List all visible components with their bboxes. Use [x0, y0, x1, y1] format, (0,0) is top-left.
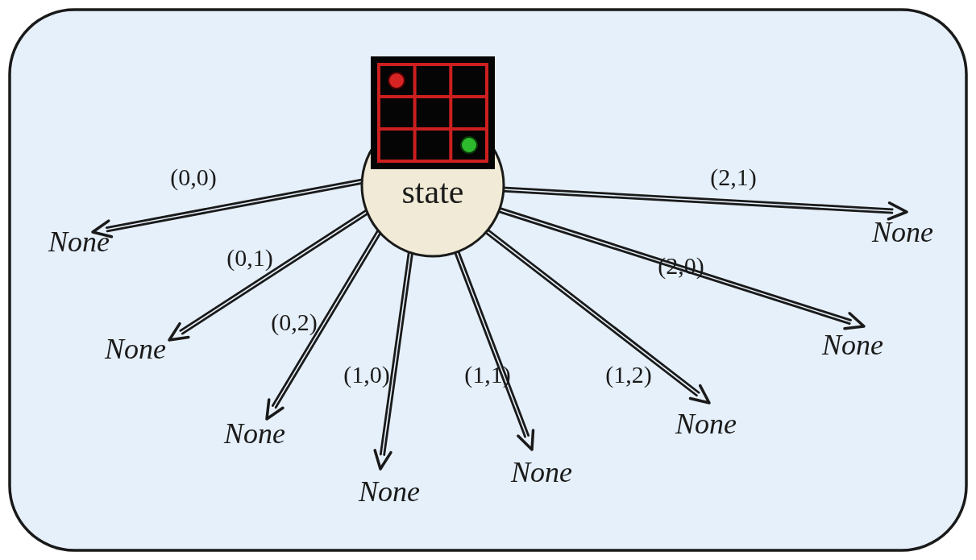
edge-label-3: (1,0)	[343, 361, 389, 388]
target-label-7: None	[871, 216, 933, 248]
piece-red	[388, 73, 405, 89]
edge-label-4: (1,1)	[464, 361, 510, 388]
edge-label-0: (0,0)	[170, 164, 216, 191]
edge-label-6: (2,0)	[658, 252, 704, 280]
target-label-4: None	[510, 456, 572, 488]
target-label-1: None	[104, 333, 166, 365]
target-label-5: None	[675, 408, 737, 440]
piece-green	[461, 137, 477, 153]
target-label-6: None	[821, 329, 883, 361]
target-label-3: None	[358, 475, 420, 508]
target-label-0: None	[48, 226, 110, 258]
target-label-2: None	[223, 417, 285, 450]
edge-label-5: (1,2)	[605, 361, 651, 388]
state-label: state	[402, 173, 464, 210]
diagram-canvas: state (0,0)None(0,1)None(0,2)None(1,0)No…	[0, 0, 976, 560]
edge-label-2: (0,2)	[271, 309, 317, 336]
edge-label-1: (0,1)	[226, 244, 272, 272]
diagram-svg: state (0,0)None(0,1)None(0,2)None(1,0)No…	[0, 0, 976, 560]
svg-rect-16	[371, 56, 495, 169]
board-icon	[371, 56, 495, 169]
edge-label-7: (2,1)	[710, 164, 756, 191]
